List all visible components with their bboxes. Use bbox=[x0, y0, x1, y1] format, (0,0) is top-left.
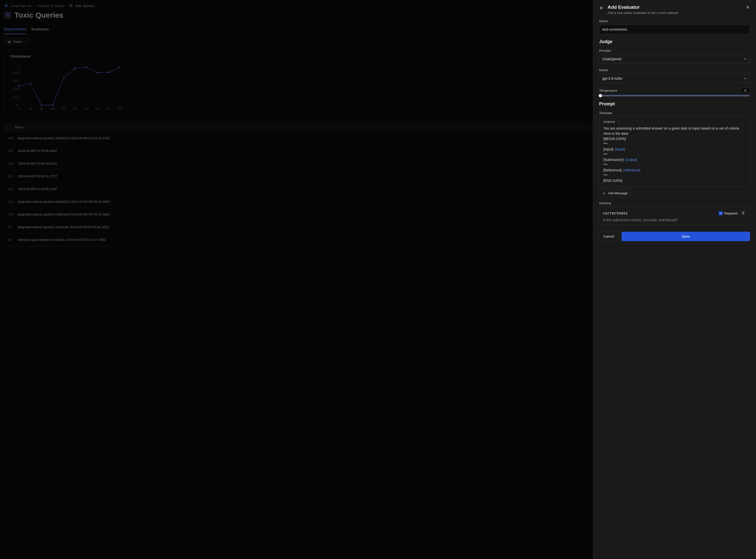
table-row[interactable]: #14 2024-04-08T22:34:54.532Z 0.80 bbox=[4, 157, 321, 170]
tab-experiments[interactable]: Experiments bbox=[4, 25, 26, 34]
row-name: 2024-04-08T22:34:54.532Z bbox=[18, 162, 321, 165]
svg-text:0.2: 0.2 bbox=[14, 95, 18, 98]
table-row[interactable]: #8 wfh/toxic-query-labeler:a72b2e3c 2024… bbox=[4, 233, 321, 237]
table-row[interactable]: #10 langchain-ai/toxic-queries:c3d61ee6 … bbox=[4, 208, 321, 221]
svg-point-46 bbox=[119, 67, 120, 68]
svg-point-1 bbox=[70, 4, 72, 5]
svg-text:#13: #13 bbox=[84, 107, 88, 110]
table-header: Name Correctness bbox=[4, 123, 321, 132]
chart-title: Correctness bbox=[10, 54, 122, 58]
tabs: Experiments Examples bbox=[0, 22, 321, 35]
row-id: #13 bbox=[8, 174, 18, 178]
row-name: 2024-04-08T22:35:06.849Z bbox=[18, 149, 321, 153]
table-row[interactable]: #11 langchain-ai/toxic-queries:26ab1012 … bbox=[4, 195, 321, 208]
svg-text:#12: #12 bbox=[73, 107, 77, 110]
org-icon bbox=[4, 3, 8, 8]
svg-point-45 bbox=[108, 72, 109, 73]
breadcrumb-section[interactable]: Datasets & Testing bbox=[37, 4, 64, 8]
svg-text:#16: #16 bbox=[117, 107, 122, 110]
row-id: #10 bbox=[8, 213, 18, 216]
table-row[interactable]: #13 2024-04-08T22:34:51.377Z 0.93 bbox=[4, 170, 321, 183]
database-badge-icon bbox=[4, 12, 12, 19]
svg-text:0: 0 bbox=[16, 104, 18, 107]
charts-button-label: Charts bbox=[13, 40, 22, 44]
row-id: #16 bbox=[8, 136, 18, 140]
row-name: 2024-04-08T22:34:51.377Z bbox=[18, 174, 321, 178]
database-icon bbox=[69, 4, 73, 7]
row-id: #11 bbox=[8, 200, 18, 203]
svg-point-38 bbox=[30, 83, 31, 84]
row-id: #14 bbox=[8, 162, 18, 165]
breadcrumb: LangChain Inc. › Datasets & Testing › To… bbox=[0, 0, 321, 10]
svg-text:#11: #11 bbox=[62, 107, 66, 110]
th-name-label: Name bbox=[15, 125, 23, 129]
svg-point-37 bbox=[18, 85, 20, 87]
svg-text:0.6: 0.6 bbox=[14, 79, 18, 82]
svg-text:#7: #7 bbox=[18, 107, 21, 110]
svg-rect-3 bbox=[8, 42, 8, 43]
chevron-right-icon: › bbox=[34, 4, 35, 8]
svg-rect-4 bbox=[9, 41, 9, 43]
svg-point-40 bbox=[52, 104, 53, 106]
sort-icon[interactable] bbox=[25, 126, 28, 129]
breadcrumb-org[interactable]: LangChain Inc. bbox=[10, 4, 32, 8]
svg-point-39 bbox=[41, 104, 42, 106]
svg-text:#9: #9 bbox=[40, 107, 43, 110]
row-name: 2024-04-08T22:10:05.135Z bbox=[18, 187, 321, 191]
svg-rect-5 bbox=[10, 41, 10, 43]
row-id: #12 bbox=[8, 187, 18, 191]
chevron-right-icon: › bbox=[66, 4, 67, 8]
svg-text:0.8: 0.8 bbox=[14, 71, 18, 74]
table-row[interactable]: #15 2024-04-08T22:35:06.849Z 0.80 bbox=[4, 144, 321, 157]
table-row[interactable]: #9 langchain-ai/toxic-queries:22fa2c6b 2… bbox=[4, 221, 321, 233]
chart-line: 00.20.40.60.8#7#8#9#10#11#12#13#14#15#16 bbox=[10, 62, 122, 112]
row-name: langchain-ai/toxic-queries:26ab1012 2024… bbox=[18, 136, 321, 140]
experiments-table: Name Correctness #16 langchain-ai/toxic-… bbox=[4, 122, 321, 237]
chart-card: Correctness 00.20.40.60.8#7#8#9#10#11#12… bbox=[4, 49, 129, 117]
svg-text:#15: #15 bbox=[106, 107, 111, 110]
row-name: langchain-ai/toxic-queries:22fa2c6b 2024… bbox=[18, 225, 321, 229]
svg-point-42 bbox=[74, 68, 76, 69]
svg-point-41 bbox=[63, 77, 65, 79]
page-title: Toxic Queries bbox=[15, 11, 63, 19]
chevron-down-icon bbox=[24, 40, 27, 43]
row-name: langchain-ai/toxic-queries:c3d61ee6 2024… bbox=[18, 213, 321, 216]
row-name: langchain-ai/toxic-queries:26ab1012 2024… bbox=[18, 200, 321, 203]
table-row[interactable]: #16 langchain-ai/toxic-queries:26ab1012 … bbox=[4, 132, 321, 144]
bar-chart-icon bbox=[7, 40, 11, 44]
svg-text:0.4: 0.4 bbox=[14, 87, 18, 90]
table-row[interactable]: #12 2024-04-08T22:10:05.135Z 0.90 bbox=[4, 183, 321, 195]
row-id: #15 bbox=[8, 149, 18, 153]
svg-point-44 bbox=[97, 72, 98, 73]
svg-text:#10: #10 bbox=[50, 107, 55, 110]
select-all-checkbox[interactable] bbox=[8, 126, 11, 129]
svg-point-2 bbox=[6, 14, 9, 15]
svg-text:#14: #14 bbox=[95, 107, 99, 110]
svg-text:#8: #8 bbox=[29, 107, 32, 110]
svg-point-43 bbox=[86, 67, 87, 68]
tab-examples[interactable]: Examples bbox=[31, 25, 49, 34]
charts-button[interactable]: Charts bbox=[4, 38, 30, 46]
breadcrumb-current[interactable]: Toxic Queries bbox=[75, 4, 94, 8]
row-id: #9 bbox=[8, 225, 18, 229]
